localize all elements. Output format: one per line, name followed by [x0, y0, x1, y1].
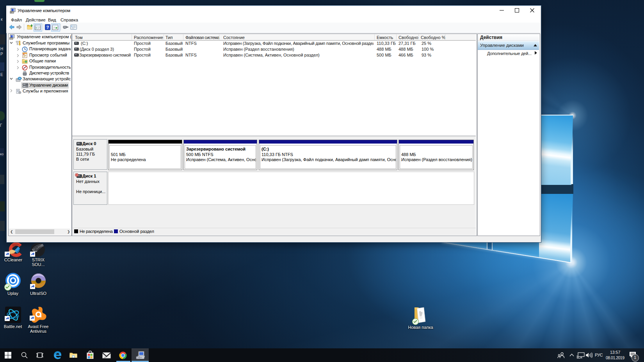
svg-text:?: ?: [46, 25, 49, 30]
